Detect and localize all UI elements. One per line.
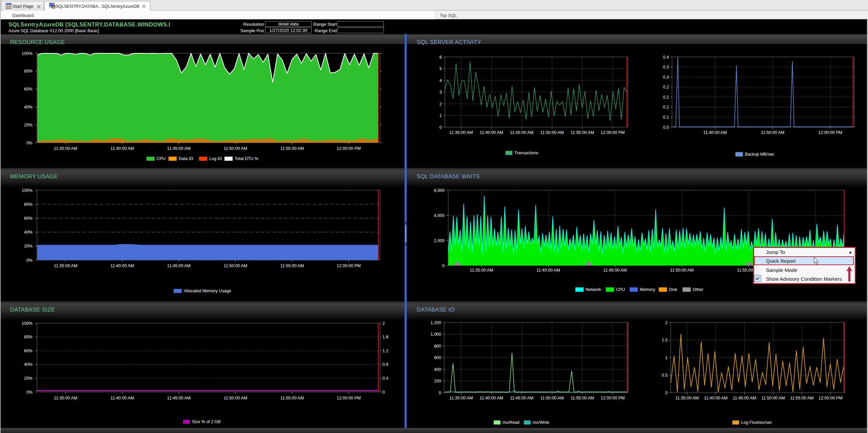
svg-text:11:55:00 AM: 11:55:00 AM (571, 396, 594, 400)
svg-text:4: 4 (439, 78, 442, 83)
svg-text:12:00:00 PM: 12:00:00 PM (818, 396, 843, 400)
svg-text:11:40:00 AM: 11:40:00 AM (480, 396, 503, 400)
svg-text:11:50:00 AM: 11:50:00 AM (762, 396, 785, 400)
svg-text:0.2: 0.2 (663, 85, 669, 90)
svg-text:11:45:00 AM: 11:45:00 AM (510, 130, 533, 135)
svg-text:11:40:00 AM: 11:40:00 AM (536, 268, 560, 273)
svg-text:Transactions: Transactions (514, 151, 538, 155)
svg-text:600: 600 (434, 355, 441, 360)
svg-text:5: 5 (439, 66, 442, 71)
svg-text:CPU: CPU (616, 287, 625, 292)
svg-text:0.1: 0.1 (663, 105, 669, 110)
svg-text:1.5: 1.5 (662, 338, 668, 342)
svg-text:12:00:00 PM: 12:00:00 PM (601, 396, 625, 400)
svg-text:11:35:00 AM: 11:35:00 AM (675, 396, 699, 400)
svg-text:Network: Network (586, 287, 601, 292)
svg-text:1,000: 1,000 (431, 332, 441, 337)
svg-text:11:45:00 AM: 11:45:00 AM (510, 396, 533, 400)
svg-text:4,000: 4,000 (434, 213, 445, 218)
svg-text:6: 6 (439, 55, 442, 60)
svg-text:Memory: Memory (640, 287, 655, 292)
svg-text:0: 0 (439, 125, 442, 130)
svg-text:800: 800 (434, 344, 441, 349)
svg-text:11:40:00 AM: 11:40:00 AM (704, 396, 727, 400)
svg-text:12:00:00 PM: 12:00:00 PM (818, 130, 842, 135)
svg-text:6,000: 6,000 (434, 188, 445, 193)
svg-text:0.3: 0.3 (663, 65, 669, 70)
svg-text:11:55:00 AM: 11:55:00 AM (790, 396, 813, 400)
svg-text:SQL SERVER ACTIVITY: SQL SERVER ACTIVITY (417, 39, 481, 45)
svg-text:0.1: 0.1 (663, 115, 669, 120)
svg-text:0.5: 0.5 (662, 373, 668, 378)
svg-text:11:45:00 AM: 11:45:00 AM (603, 268, 627, 273)
svg-text:Other: Other (693, 287, 703, 292)
svg-text:Backup MB/sec: Backup MB/sec (745, 152, 774, 157)
svg-text:0: 0 (665, 391, 668, 395)
svg-text:0.3: 0.3 (663, 75, 669, 80)
svg-text:0: 0 (442, 263, 445, 268)
svg-text:0.0: 0.0 (663, 125, 669, 130)
svg-text:11:40:00 AM: 11:40:00 AM (480, 130, 503, 135)
svg-text:DATABASE IO: DATABASE IO (417, 307, 455, 313)
svg-text:ms/Write: ms/Write (533, 420, 549, 425)
svg-text:2: 2 (665, 320, 668, 325)
svg-text:11:50:00 AM: 11:50:00 AM (761, 130, 784, 135)
svg-text:11:35:00 AM: 11:35:00 AM (449, 130, 473, 135)
svg-text:Log Flushes/sec: Log Flushes/sec (741, 420, 772, 425)
svg-text:11:55:00 AM: 11:55:00 AM (571, 130, 594, 135)
svg-text:0: 0 (439, 391, 441, 395)
svg-text:200: 200 (434, 379, 441, 383)
svg-text:11:50:00 AM: 11:50:00 AM (670, 268, 693, 273)
svg-text:11:50:00 AM: 11:50:00 AM (540, 396, 564, 400)
svg-text:1,200: 1,200 (431, 320, 441, 325)
svg-text:Disk: Disk (669, 287, 677, 292)
svg-text:1: 1 (665, 355, 668, 360)
svg-text:11:35:00 AM: 11:35:00 AM (470, 268, 493, 273)
svg-text:0.4: 0.4 (663, 55, 669, 60)
svg-text:11:35:00 AM: 11:35:00 AM (449, 396, 473, 400)
svg-text:ms/Read: ms/Read (502, 420, 519, 425)
svg-text:0.2: 0.2 (663, 95, 669, 100)
svg-text:400: 400 (434, 367, 441, 372)
svg-text:12:00:00 PM: 12:00:00 PM (601, 130, 625, 135)
svg-text:2: 2 (439, 102, 442, 106)
svg-text:SQL DATABASE WAITS: SQL DATABASE WAITS (417, 173, 480, 179)
svg-text:3: 3 (439, 90, 442, 95)
svg-text:11:40:00 AM: 11:40:00 AM (703, 130, 727, 135)
svg-text:11:50:00 AM: 11:50:00 AM (540, 130, 564, 135)
svg-text:2,000: 2,000 (434, 238, 445, 243)
svg-text:1: 1 (439, 113, 442, 118)
svg-text:11:45:00 AM: 11:45:00 AM (733, 396, 756, 400)
